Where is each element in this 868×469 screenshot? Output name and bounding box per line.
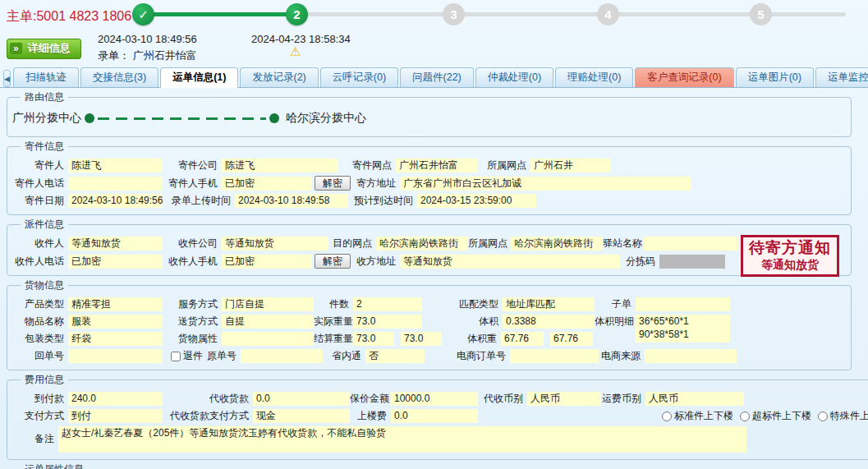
notify-stamp-line2: 等通知放货 <box>749 258 831 272</box>
goods-volume-label: 体积 <box>422 315 503 329</box>
fees-radio-special[interactable] <box>818 412 828 421</box>
section-route-title: 路由信息 <box>21 90 68 104</box>
recipient-address-field[interactable]: 等通知放货 <box>400 255 620 269</box>
step-1-time: 2024-03-10 18:49:56 <box>98 33 197 45</box>
recipient-company-label: 收件公司 <box>163 237 222 251</box>
tab-scan-track[interactable]: 扫描轨迹 <box>13 67 79 87</box>
goods-volume-detail-field[interactable]: 36*65*60*190*38*58*1 <box>636 315 730 343</box>
sender-row-2: 寄件人电话 寄件人手机 已加密 解密 寄方地址 广东省广州市白云区礼加诚 <box>12 176 846 191</box>
goods-actual-weight-field[interactable]: 73.0 <box>353 315 422 329</box>
sender-company-field[interactable]: 陈进飞 <box>222 159 338 172</box>
tab-problem-items[interactable]: 问题件(22) <box>400 67 474 87</box>
goods-intra-province-label: 省内通 <box>323 349 365 363</box>
tab-waybill-monitor[interactable]: 运单监控(1) <box>815 67 868 87</box>
goods-volume-weight-field-1[interactable]: 67.76 <box>501 332 544 346</box>
sender-branch-field[interactable]: 广州石井怡富 <box>396 159 478 172</box>
fees-cod-freight-field[interactable]: 240.0 <box>68 392 163 406</box>
sender-eta-label: 预计到达时间 <box>348 194 417 208</box>
sender-owner-branch-field[interactable]: 广州石井 <box>530 159 611 172</box>
goods-item-name-label: 物品名称 <box>12 315 68 329</box>
fees-cod-freight-label: 到付款 <box>12 392 68 406</box>
detail-info-button[interactable]: »详细信息 <box>7 39 81 59</box>
warning-icon: ⚠ <box>290 45 301 57</box>
fees-freight-currency-label: 运费币别 <box>601 392 645 406</box>
fees-floor-fee-field[interactable]: 0.0 <box>391 409 478 423</box>
fees-cod-currency-label: 代收币别 <box>478 392 527 406</box>
fees-radio-oversize[interactable] <box>740 412 750 421</box>
step-5-badge: 5 <box>750 3 772 25</box>
fees-cod-goods-field[interactable]: 0.0 <box>253 392 350 406</box>
goods-attr-label: 货物属性 <box>163 332 222 346</box>
sender-date-field[interactable]: 2024-03-10 18:49:56 <box>68 194 163 208</box>
goods-service-mode-field[interactable]: 门店自提 <box>222 297 314 311</box>
fees-cod-currency-field[interactable]: 人民币 <box>527 392 601 406</box>
tab-claims[interactable]: 理赔处理(0) <box>555 67 633 87</box>
recipient-dest-branch-field[interactable]: 哈尔滨南岗铁路街 <box>376 237 468 251</box>
fees-pay-mode-field[interactable]: 到付 <box>68 409 163 423</box>
goods-original-no-field[interactable] <box>241 349 323 363</box>
goods-sub-order-field[interactable] <box>636 297 730 311</box>
goods-settle-weight-field-1[interactable]: 73.0 <box>353 332 394 346</box>
goods-package-type-field[interactable]: 纤袋 <box>68 332 163 346</box>
recipient-company-field[interactable]: 等通知放货 <box>222 237 328 251</box>
sender-row-3: 寄件日期 2024-03-10 18:49:56 录单上传时间 2024-03-… <box>12 194 846 208</box>
fees-pay-mode-label: 支付方式 <box>12 409 68 423</box>
recipient-owner-branch-field[interactable]: 哈尔滨南岗铁路街 <box>511 237 603 251</box>
recipient-decrypt-button[interactable]: 解密 <box>315 254 351 269</box>
sender-phone-field[interactable] <box>68 177 163 191</box>
goods-ecommerce-source-field[interactable] <box>645 349 737 363</box>
goods-volume-detail-label: 体积明细 <box>595 315 636 329</box>
tab-waybill-images[interactable]: 运单图片(0) <box>736 67 814 87</box>
goods-ecommerce-source-label: 电商来源 <box>599 349 645 363</box>
sender-mobile-field[interactable]: 已加密 <box>222 177 312 191</box>
goods-product-type-field[interactable]: 精准零担 <box>68 297 163 311</box>
goods-package-type-label: 包装类型 <box>12 332 68 346</box>
goods-volume-field[interactable]: 0.3388 <box>503 315 595 329</box>
fees-remark-field[interactable]: 赵女士/礼秦艺春夏（205件）等通知放货沈玉婷有代收货款，不能私自验货 <box>58 426 746 453</box>
recipient-sort-code-label: 分拣码 <box>620 255 659 269</box>
waybill-detail-panel: 路由信息 广州分拨中心 哈尔滨分拨中心 寄件信息 寄件人 陈进飞 寄件公司 陈进… <box>0 88 868 469</box>
tab-arbitration[interactable]: 仲裁处理(0) <box>475 67 553 87</box>
fees-radio-standard[interactable] <box>662 412 672 421</box>
sender-eta-field[interactable]: 2024-03-15 23:59:00 <box>417 194 536 208</box>
step-2-badge: 2 <box>286 3 308 25</box>
tab-customer-query-record[interactable]: 客户查询记录(0) <box>635 67 733 87</box>
tab-waybill-info[interactable]: 运单信息(1) <box>160 67 238 88</box>
goods-item-name-field[interactable]: 服装 <box>68 315 163 329</box>
double-chevron-icon: » <box>10 43 22 54</box>
step-2-time: 2024-04-23 18:58:34 <box>251 33 351 45</box>
fees-floor-radio-group: 标准件上下楼 超标件上下楼 特殊件上下楼 <box>662 409 868 423</box>
goods-row-1: 产品类型 精准零担 服务方式 门店自提 件数 2 匹配类型 地址库匹配 子单 <box>12 297 846 311</box>
sender-decrypt-button[interactable]: 解密 <box>315 176 351 191</box>
goods-return-no-field[interactable] <box>68 349 163 363</box>
goods-sub-order-label: 子单 <box>595 297 636 311</box>
tab-release-record[interactable]: 发放记录(2) <box>240 67 318 87</box>
fees-freight-currency-field[interactable]: 人民币 <box>645 392 744 406</box>
recipient-station-field[interactable] <box>644 237 738 251</box>
sender-address-field[interactable]: 广东省广州市白云区礼加诚 <box>400 177 691 191</box>
goods-pieces-label: 件数 <box>314 297 353 311</box>
tab-cloud-call-record[interactable]: 云呼记录(0) <box>320 67 398 87</box>
goods-return-checkbox[interactable] <box>171 352 181 361</box>
fees-insured-field[interactable]: 10000.0 <box>391 392 478 406</box>
goods-ecommerce-order-field[interactable] <box>510 349 599 363</box>
goods-volume-weight-label: 体积重 <box>442 332 501 346</box>
tab-scroll-left-icon[interactable]: ◀ <box>3 70 11 87</box>
goods-volume-weight-field-2[interactable]: 67.76 <box>550 332 593 346</box>
fees-cod-pay-mode-field[interactable]: 现金 <box>253 409 350 423</box>
sender-person-field[interactable]: 陈进飞 <box>68 159 163 172</box>
goods-attr-field[interactable] <box>222 332 314 346</box>
recipient-mobile-field[interactable]: 已加密 <box>222 255 312 269</box>
sender-upload-time-field[interactable]: 2024-03-10 18:49:58 <box>235 194 348 208</box>
recipient-phone-field[interactable]: 已加密 <box>68 255 163 269</box>
goods-match-type-field[interactable]: 地址库匹配 <box>503 297 595 311</box>
fees-cod-goods-label: 代收货款 <box>163 392 253 406</box>
goods-pieces-field[interactable]: 2 <box>353 297 422 311</box>
goods-intra-province-field[interactable]: 否 <box>365 349 425 363</box>
tab-handover-info[interactable]: 交接信息(3) <box>80 67 158 87</box>
section-route-info: 路由信息 广州分拨中心 哈尔滨分拨中心 <box>7 90 852 137</box>
goods-delivery-mode-field[interactable]: 自提 <box>222 315 314 329</box>
header: 主单:5001 4823 1806 ✓ 2 3 4 5 2024-03-10 1… <box>0 0 868 67</box>
goods-settle-weight-field-2[interactable]: 73.0 <box>401 332 442 346</box>
recipient-person-field[interactable]: 等通知放货 <box>68 237 163 251</box>
